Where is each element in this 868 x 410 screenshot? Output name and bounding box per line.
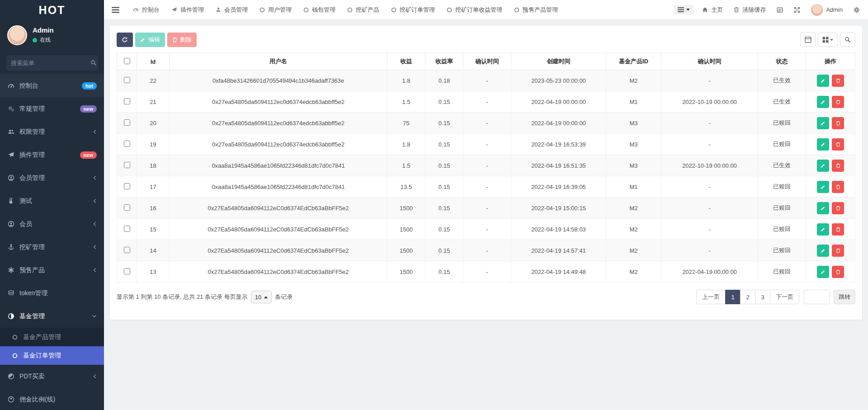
trash-icon: [836, 99, 840, 104]
tab-mining-products[interactable]: 挖矿产品: [341, 0, 385, 19]
row-checkbox[interactable]: [124, 204, 130, 211]
sidebar-item-funds[interactable]: 基金管理: [0, 305, 104, 328]
home-button[interactable]: 主页: [697, 0, 728, 19]
sidebar-item-dashboard[interactable]: 控制台 hot: [0, 74, 104, 97]
row-edit-button[interactable]: [817, 266, 829, 278]
row-edit-button[interactable]: [817, 160, 829, 172]
row-edit-button[interactable]: [817, 181, 829, 193]
search-icon[interactable]: [90, 60, 97, 66]
tab-presale-products[interactable]: 预售产品管理: [508, 0, 564, 19]
row-delete-button[interactable]: [832, 138, 844, 151]
sidebar-item-general[interactable]: 常规管理 new: [0, 97, 104, 120]
select-all-checkbox[interactable]: [124, 58, 130, 64]
row-checkbox[interactable]: [124, 98, 130, 104]
topbar-user-name: Admin: [826, 6, 843, 13]
row-delete-button[interactable]: [832, 96, 844, 108]
row-edit-button[interactable]: [817, 117, 829, 129]
sidebar-item-members[interactable]: 会员管理: [0, 166, 104, 189]
sidebar-item-plugins[interactable]: 插件管理 new: [0, 143, 104, 166]
row-edit-button[interactable]: [817, 223, 829, 236]
col-created-at: 创建时间: [511, 53, 606, 70]
row-edit-button[interactable]: [817, 96, 829, 108]
row-checkbox[interactable]: [124, 247, 130, 253]
circle-o-icon: [12, 353, 18, 358]
tab-list-dropdown[interactable]: [674, 5, 694, 14]
sidebar-item-fund-orders[interactable]: 基金订单管理: [0, 346, 104, 365]
tab-dashboard[interactable]: 控制台: [127, 0, 165, 19]
row-delete-button[interactable]: [832, 202, 844, 214]
toggle-view-button[interactable]: [800, 33, 816, 47]
sidebar-item-presale[interactable]: 预售产品: [0, 259, 104, 282]
row-delete-button[interactable]: [832, 223, 844, 236]
trash-icon: [836, 163, 840, 168]
row-delete-button[interactable]: [832, 75, 844, 87]
user-menu[interactable]: Admin: [806, 0, 848, 19]
row-checkbox[interactable]: [124, 162, 130, 168]
table-row: 13 0x27Ea54805da6094112eC0d6374EdCb63aBb…: [117, 261, 855, 283]
caret-down-icon: [830, 39, 833, 41]
row-delete-button[interactable]: [832, 245, 844, 257]
home-icon: [702, 7, 708, 13]
tab-mining-order-income[interactable]: 挖矿订单收益管理: [441, 0, 508, 19]
tab-plugins[interactable]: 插件管理: [165, 0, 210, 19]
brand-logo: HOT: [0, 0, 104, 20]
pencil-icon: [821, 269, 826, 274]
row-checkbox[interactable]: [124, 119, 130, 126]
sidebar-item-commission[interactable]: 佣金比例(线): [0, 388, 104, 410]
table-footer: 显示第 1 到第 10 条记录, 总共 21 条记录 每页显示 10 条记录 上…: [117, 290, 855, 304]
sidebar-item-test[interactable]: 测试: [0, 189, 104, 212]
tab-users[interactable]: 用户管理: [254, 0, 297, 19]
page-1-button[interactable]: 1: [725, 290, 741, 304]
search-toggle-button[interactable]: [840, 33, 855, 47]
sidebar-item-mining[interactable]: 挖矿管理: [0, 236, 104, 259]
row-edit-button[interactable]: [817, 245, 829, 257]
row-checkbox[interactable]: [124, 268, 130, 274]
tab-wallets[interactable]: 钱包管理: [297, 0, 341, 19]
tab-mining-orders[interactable]: 挖矿订单管理: [385, 0, 441, 19]
language-icon[interactable]: [771, 0, 788, 19]
edit-button[interactable]: 编辑: [135, 33, 165, 47]
sidebar-item-token[interactable]: token管理: [0, 282, 104, 305]
row-edit-button[interactable]: [817, 75, 829, 87]
fullscreen-icon[interactable]: [788, 0, 806, 19]
row-delete-button[interactable]: [832, 117, 844, 129]
row-delete-button[interactable]: [832, 160, 844, 172]
sidebar-item-pdt-trade[interactable]: PDT买卖: [0, 365, 104, 388]
table-row: 15 0x27Ea54805da6094112eC0d6374EdCb63aBb…: [117, 219, 855, 240]
row-edit-button[interactable]: [817, 138, 829, 151]
row-delete-button[interactable]: [832, 181, 844, 193]
avatar[interactable]: [7, 25, 27, 45]
sidebar-item-permissions[interactable]: 权限管理: [0, 120, 104, 143]
search-input[interactable]: [11, 60, 90, 66]
pencil-icon: [821, 163, 826, 168]
caret-down-icon: [686, 9, 690, 11]
chevron-left-icon: [93, 175, 97, 180]
hand-peace-icon: [7, 198, 14, 204]
row-checkbox[interactable]: [124, 77, 130, 83]
prev-page-button[interactable]: 上一页: [696, 290, 726, 304]
jump-page-input[interactable]: [804, 290, 830, 304]
tab-members[interactable]: 会员管理: [210, 0, 254, 19]
sidebar-item-fund-products[interactable]: 基金产品管理: [0, 328, 104, 346]
row-delete-button[interactable]: [832, 266, 844, 278]
pencil-icon: [821, 184, 826, 189]
page-3-button[interactable]: 3: [755, 290, 770, 304]
caret-up-icon: [264, 296, 268, 298]
sidebar-toggle-icon[interactable]: [104, 0, 127, 19]
sidebar-item-member[interactable]: 会员: [0, 212, 104, 236]
refresh-button[interactable]: [117, 33, 133, 47]
trash-icon: [836, 269, 840, 274]
status-cell: 已赎回: [758, 176, 806, 198]
row-checkbox[interactable]: [124, 141, 130, 147]
page-2-button[interactable]: 2: [740, 290, 755, 304]
page-size-select[interactable]: 10: [251, 291, 272, 303]
jump-button[interactable]: 跳转: [834, 290, 855, 304]
next-page-button[interactable]: 下一页: [770, 290, 799, 304]
row-checkbox[interactable]: [124, 226, 130, 232]
row-edit-button[interactable]: [817, 202, 829, 214]
columns-button[interactable]: [818, 33, 838, 47]
row-checkbox[interactable]: [124, 183, 130, 189]
delete-button[interactable]: 删除: [167, 33, 197, 47]
gear-icon[interactable]: [848, 0, 868, 19]
clear-cache-button[interactable]: 清除缓存: [728, 0, 771, 19]
